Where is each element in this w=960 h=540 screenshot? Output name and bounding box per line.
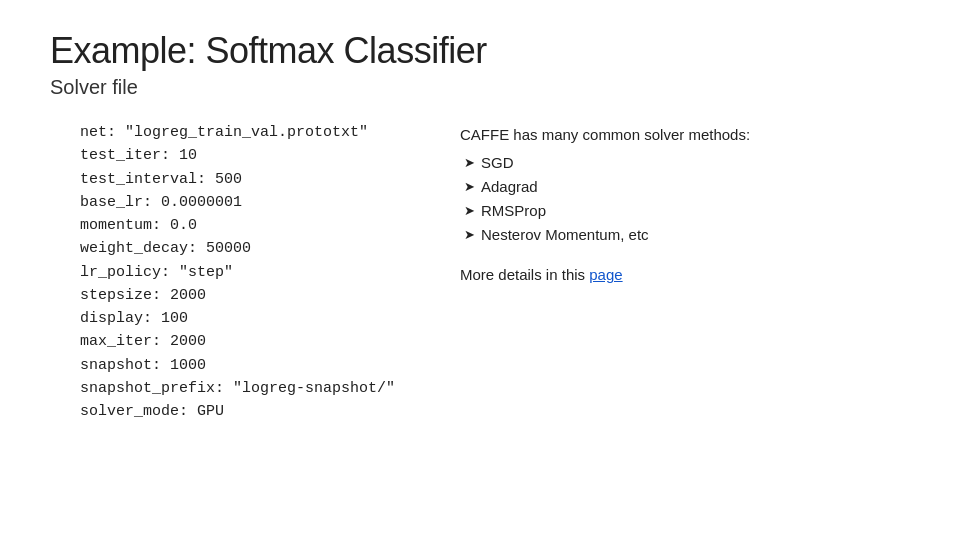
code-line: test_interval: 500 <box>80 168 420 191</box>
code-line: solver_mode: GPU <box>80 400 420 423</box>
solver-methods-list: ➤SGD➤Adagrad➤RMSProp➤Nesterov Momentum, … <box>464 151 750 247</box>
arrow-icon: ➤ <box>464 201 475 222</box>
more-details-prefix: More details in this <box>460 266 589 283</box>
code-line: base_lr: 0.0000001 <box>80 191 420 214</box>
arrow-icon: ➤ <box>464 177 475 198</box>
code-line: weight_decay: 50000 <box>80 237 420 260</box>
code-line: display: 100 <box>80 307 420 330</box>
arrow-icon: ➤ <box>464 225 475 246</box>
right-panel-intro: CAFFE has many common solver methods: <box>460 123 750 147</box>
list-item: ➤SGD <box>464 151 750 175</box>
code-line: lr_policy: "step" <box>80 261 420 284</box>
code-line: stepsize: 2000 <box>80 284 420 307</box>
arrow-icon: ➤ <box>464 153 475 174</box>
page-link[interactable]: page <box>589 266 622 283</box>
code-block: net: "logreg_train_val.prototxt"test_ite… <box>50 121 420 423</box>
list-item: ➤RMSProp <box>464 199 750 223</box>
list-item-label: Adagrad <box>481 175 538 199</box>
list-item-label: SGD <box>481 151 514 175</box>
code-line: test_iter: 10 <box>80 144 420 167</box>
list-item-label: RMSProp <box>481 199 546 223</box>
code-line: max_iter: 2000 <box>80 330 420 353</box>
list-item: ➤Nesterov Momentum, etc <box>464 223 750 247</box>
code-line: net: "logreg_train_val.prototxt" <box>80 121 420 144</box>
code-line: snapshot_prefix: "logreg-snapshot/" <box>80 377 420 400</box>
list-item: ➤Adagrad <box>464 175 750 199</box>
subtitle: Solver file <box>50 76 910 99</box>
more-details: More details in this page <box>460 263 750 287</box>
code-line: momentum: 0.0 <box>80 214 420 237</box>
main-title: Example: Softmax Classifier <box>50 30 910 72</box>
right-panel: CAFFE has many common solver methods: ➤S… <box>460 121 750 287</box>
list-item-label: Nesterov Momentum, etc <box>481 223 649 247</box>
code-line: snapshot: 1000 <box>80 354 420 377</box>
content-area: net: "logreg_train_val.prototxt"test_ite… <box>50 121 910 423</box>
